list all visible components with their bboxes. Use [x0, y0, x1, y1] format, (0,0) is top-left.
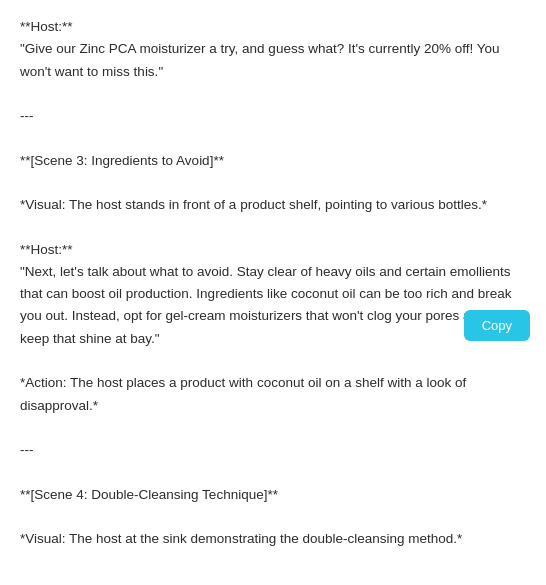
copy-button[interactable]: Copy [464, 310, 530, 341]
content-area: **Host:** "Give our Zinc PCA moisturizer… [0, 0, 546, 570]
script-text: **Host:** "Give our Zinc PCA moisturizer… [20, 16, 526, 550]
